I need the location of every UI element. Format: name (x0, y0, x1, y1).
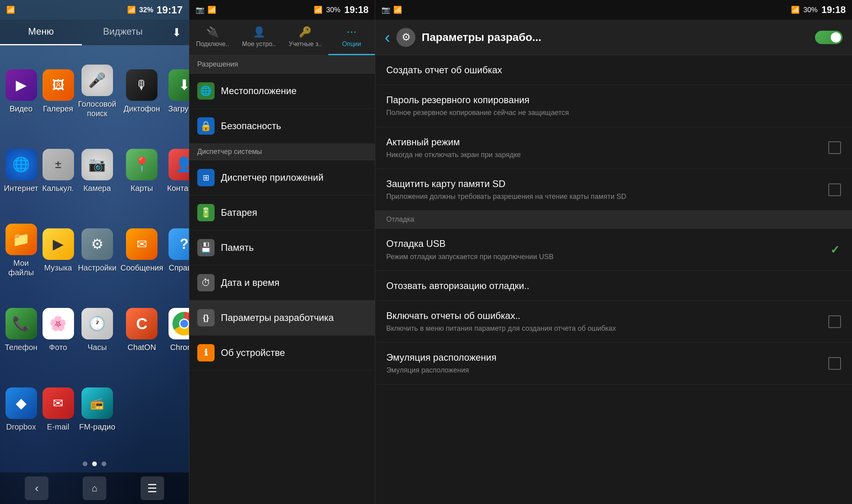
music-symbol: ▶ (53, 236, 64, 252)
app-dropbox[interactable]: ◆ Dropbox (4, 387, 38, 432)
protect-sd-text: Защитить карту памяти SD Приложения долж… (386, 178, 822, 202)
app-downloads[interactable]: ⬇ Загрузки (167, 69, 189, 113)
app-chaton[interactable]: C ChatON (120, 308, 163, 352)
app-camera[interactable]: 📷 Камера (78, 149, 117, 193)
dev-item-error-reports[interactable]: Включать отчеты об ошибках.. Включить в … (375, 301, 852, 343)
usb-debug-text: Отладка USB Режим отладки запускается пр… (386, 237, 822, 261)
app-gallery[interactable]: 🖼 Галерея (42, 69, 74, 113)
app-help[interactable]: ? Справка (167, 228, 189, 272)
status-bar-left: 📶 (6, 6, 15, 14)
settings-tabs: 🔌 Подключе.. 👤 Мое устро.. 🔑 Учетные з..… (189, 20, 375, 56)
tab-device[interactable]: 👤 Мое устро.. (236, 20, 282, 55)
tab-menu[interactable]: Меню (0, 20, 82, 45)
debug-label: Отладка (386, 215, 414, 224)
page-dot-1[interactable] (83, 461, 87, 466)
dev-item-revoke-auth[interactable]: Отозвать авторизацию отладки.. (375, 271, 852, 301)
active-mode-text: Активный режим Никогда не отключать экра… (386, 136, 822, 160)
nav-menu[interactable]: ☰ (141, 476, 164, 500)
memory-title: Память (221, 242, 367, 253)
settings-item-battery[interactable]: 🔋 Батарея (189, 195, 375, 230)
dev-item-create-report[interactable]: Создать отчет об ошибках (375, 55, 852, 85)
revoke-auth-text: Отозвать авторизацию отладки.. (386, 280, 841, 292)
files-symbol: 📁 (12, 231, 30, 248)
page-dot-2[interactable] (92, 461, 97, 466)
app-clock[interactable]: 🕐 Часы (78, 308, 117, 352)
active-mode-checkbox[interactable] (828, 141, 841, 154)
clock-icon-img: 🕐 (81, 308, 113, 339)
email-icon-img: ✉ (43, 387, 74, 419)
protect-sd-checkbox[interactable] (828, 183, 841, 196)
location-title: Местоположение (221, 85, 367, 96)
app-calc[interactable]: ± Калькул. (42, 149, 74, 193)
dev-item-emulation[interactable]: Эмуляция расположения Эмуляция расположе… (375, 343, 852, 384)
dev-item-backup-password[interactable]: Пароль резервного копирования Полное рез… (375, 85, 852, 127)
battery-icon: 🔋 (197, 204, 215, 221)
nav-back[interactable]: ‹ (25, 476, 48, 500)
dropbox-icon-img: ◆ (6, 387, 37, 419)
dev-item-active-mode[interactable]: Активный режим Никогда не отключать экра… (375, 127, 852, 169)
contacts-icon-img: 👤 (169, 149, 189, 180)
app-dictaphone[interactable]: 🎙 Диктофон (120, 69, 163, 113)
app-email[interactable]: ✉ E-mail (42, 387, 74, 432)
dev-master-switch[interactable] (815, 31, 843, 44)
app-music[interactable]: ▶ Музыка (42, 228, 74, 272)
gallery-icon-symbol: 🖼 (52, 78, 65, 93)
app-voice[interactable]: 🎤 Голосовой поиск (78, 65, 117, 118)
gallery-label: Галерея (43, 104, 73, 113)
camera-symbol: 📷 (88, 156, 106, 173)
app-contacts[interactable]: 👤 Контакты (167, 149, 189, 193)
settings-item-location[interactable]: 🌐 Местоположение (189, 74, 375, 109)
settings-item-memory[interactable]: 💾 Память (189, 230, 375, 265)
accounts-tab-icon: 🔑 (299, 26, 311, 38)
status-left-settings: 📷 📶 (196, 6, 216, 14)
battery-title: Батарея (221, 207, 367, 218)
mic-icon: 🎤 (88, 72, 106, 89)
settings-item-security[interactable]: 🔒 Безопасность (189, 109, 375, 144)
tab-accounts[interactable]: 🔑 Учетные з.. (282, 20, 329, 55)
signal-icon-dev: 📶 (791, 6, 800, 14)
tab-options[interactable]: ⋯ Опции (328, 20, 375, 55)
tab-connect[interactable]: 🔌 Подключе.. (189, 20, 236, 55)
app-internet[interactable]: 🌐 Интернет (4, 149, 38, 193)
app-video[interactable]: ▶ Видео (4, 69, 38, 113)
app-chrome[interactable]: Chrome (167, 308, 189, 352)
nav-bar: ‹ ⌂ ☰ (0, 472, 189, 504)
security-icon: 🔒 (197, 117, 215, 135)
app-phone[interactable]: 📞 Телефон (4, 308, 38, 352)
settings-item-apps[interactable]: ⊞ Диспетчер приложений (189, 160, 375, 195)
page-dots (0, 455, 189, 472)
settings-item-datetime[interactable]: ⏱ Дата и время (189, 265, 375, 300)
emulation-text: Эмуляция расположения Эмуляция расположе… (386, 351, 822, 375)
email-label: E-mail (47, 422, 69, 432)
page-dot-3[interactable] (102, 461, 106, 466)
chrome-icon-img (169, 308, 189, 339)
home-screen: 📶 📶 32% 19:17 Меню Виджеты ⬇ ▶ Видео (0, 0, 189, 504)
nav-home[interactable]: ⌂ (83, 476, 106, 500)
help-label: Справка (169, 263, 189, 272)
emulation-checkbox[interactable] (828, 357, 841, 370)
protect-sd-sub: Приложения должны требовать разрешения н… (386, 192, 822, 202)
tab-widgets[interactable]: Виджеты (82, 20, 164, 45)
connect-tab-label: Подключе.. (196, 41, 229, 48)
back-button-dev[interactable]: ‹ (385, 28, 390, 47)
app-settings[interactable]: ⚙ Настройки (78, 228, 117, 272)
app-messages[interactable]: ✉ Сообщения (120, 228, 163, 272)
settings-item-about[interactable]: ℹ Об устройстве (189, 335, 375, 371)
time-settings: 19:18 (345, 4, 369, 15)
dropbox-symbol: ◆ (16, 395, 27, 411)
contacts-label: Контакты (167, 183, 189, 193)
error-reports-text: Включать отчеты об ошибках.. Включить в … (386, 309, 822, 334)
app-myfiles[interactable]: 📁 Мои файлы (4, 224, 38, 277)
dev-item-protect-sd[interactable]: Защитить карту памяти SD Приложения долж… (375, 169, 852, 211)
usb-debug-checkbox[interactable] (828, 243, 841, 256)
app-maps[interactable]: 📍 Карты (120, 149, 163, 193)
app-photos[interactable]: 🌸 Фото (42, 308, 74, 352)
messages-icon-img: ✉ (126, 228, 157, 260)
tab-download[interactable]: ⬇ (164, 20, 189, 45)
error-reports-checkbox[interactable] (828, 315, 841, 328)
about-icon: ℹ (197, 344, 215, 361)
app-fmradio[interactable]: 📻 FM-радио (78, 387, 117, 432)
dev-item-usb-debug[interactable]: Отладка USB Режим отладки запускается пр… (375, 229, 852, 271)
chaton-icon-img: C (126, 308, 157, 339)
settings-item-developer[interactable]: {} Параметры разработчика (189, 300, 375, 335)
